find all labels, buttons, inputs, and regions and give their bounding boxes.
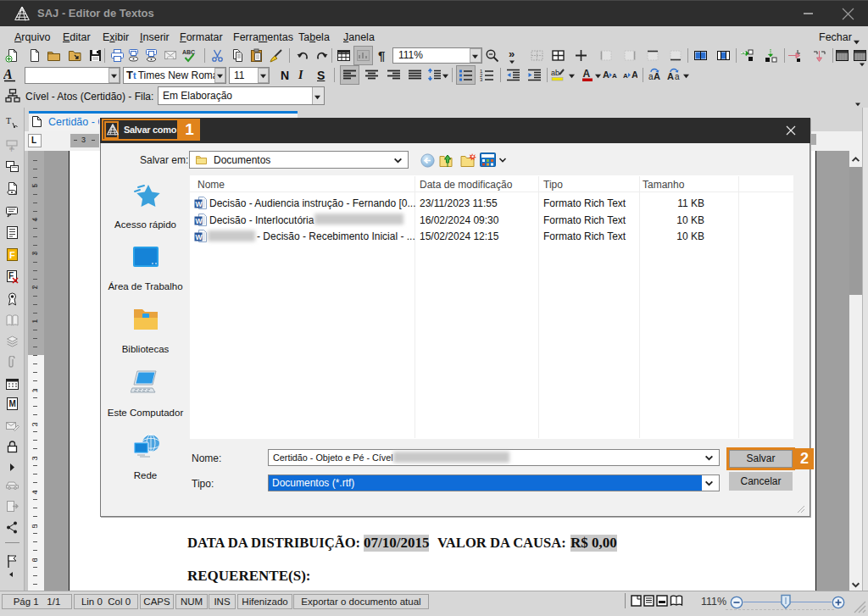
- svg-text:A: A: [612, 72, 617, 80]
- svg-text:ab: ab: [551, 69, 559, 77]
- svg-text:F: F: [9, 250, 15, 260]
- svg-text:M: M: [9, 399, 16, 408]
- svg-text:A: A: [667, 71, 674, 81]
- svg-text:W: W: [196, 216, 203, 225]
- svg-text:a: a: [675, 72, 680, 81]
- svg-text:A: A: [623, 72, 628, 80]
- svg-text:¶: ¶: [378, 48, 385, 63]
- svg-text:T: T: [6, 116, 11, 125]
- svg-text:W: W: [196, 233, 203, 241]
- svg-text:T: T: [9, 146, 14, 153]
- svg-text:A: A: [632, 69, 637, 80]
- svg-text:A: A: [654, 71, 660, 81]
- svg-text:W: W: [196, 200, 203, 208]
- svg-text:A: A: [583, 68, 591, 80]
- svg-text:A: A: [603, 69, 609, 80]
- svg-text:F: F: [8, 271, 14, 280]
- svg-text:A: A: [3, 67, 13, 81]
- svg-text:3: 3: [480, 77, 483, 82]
